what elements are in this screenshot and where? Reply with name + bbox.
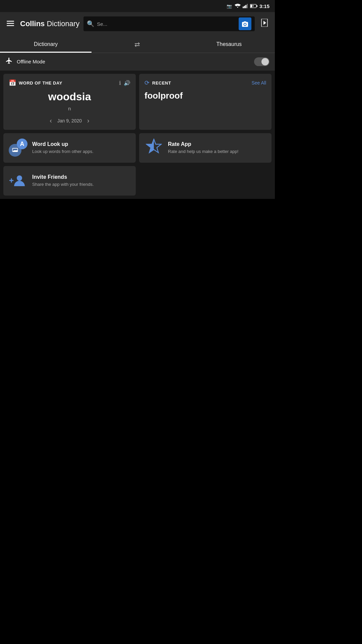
svg-rect-9 [7, 25, 14, 26]
word-lookup-icon: A [9, 139, 27, 157]
status-bar: 📷 3:15 [0, 0, 275, 12]
offline-toggle[interactable] [254, 57, 269, 66]
prev-day-button[interactable]: ‹ [50, 117, 52, 124]
rate-app-title: Rate App [168, 141, 238, 147]
search-bar[interactable]: 🔍 Se... [83, 16, 255, 31]
toggle-knob [261, 58, 269, 65]
rate-app-text: Rate App Rate and help us make a better … [168, 141, 238, 155]
notification-icon: 📷 [227, 4, 232, 9]
wotd-title: WORD OF THE DAY [19, 80, 116, 86]
wotd-date: Jan 9, 2020 [57, 118, 82, 123]
next-day-button[interactable]: › [87, 117, 89, 124]
invite-friends-text: Invite Friends Share the app with your f… [32, 174, 94, 187]
recent-title: RECENT [152, 80, 249, 86]
word-lookup-desc: Look up words from other apps. [32, 149, 94, 155]
bubble2: A [17, 139, 27, 149]
tab-switch-icon[interactable]: ⇄ [92, 36, 183, 53]
invite-friends-title: Invite Friends [32, 174, 94, 180]
history-icon: ⟳ [144, 79, 149, 87]
offline-mode-bar: Offline Mode [0, 53, 275, 70]
rate-app-icon [146, 139, 162, 158]
invite-friends-icon [9, 173, 27, 188]
svg-point-10 [244, 23, 246, 25]
offline-mode-label: Offline Mode [17, 59, 250, 64]
invite-friends-icon-wrap [9, 171, 27, 190]
app-title-bold: Collins [20, 19, 45, 28]
see-all-button[interactable]: See All [251, 80, 266, 86]
airplane-icon [5, 57, 13, 66]
invite-friends-desc: Share the app with your friends. [32, 181, 94, 187]
camera-button[interactable] [239, 17, 251, 30]
app-title-regular: Dictionary [45, 19, 79, 28]
empty-cell [139, 166, 272, 196]
tab-thesaurus-label: Thesaurus [217, 41, 242, 47]
svg-rect-6 [250, 5, 252, 7]
word-lookup-title: Word Look up [32, 141, 94, 147]
main-content: 📅 WORD OF THE DAY ℹ 🔊 woodsia n ‹ Jan 9,… [0, 70, 275, 199]
recent-word: foolproof [144, 91, 266, 101]
tabs-bar: Dictionary ⇄ Thesaurus [0, 36, 275, 53]
recent-card[interactable]: ⟳ RECENT See All foolproof [139, 74, 272, 130]
tab-dictionary[interactable]: Dictionary [0, 36, 92, 53]
rate-app-icon-wrap [144, 139, 163, 157]
svg-rect-5 [256, 5, 257, 7]
svg-rect-7 [7, 21, 14, 22]
recent-header: ⟳ RECENT See All [144, 79, 266, 87]
calendar-icon: 📅 [9, 79, 16, 87]
search-placeholder: Se... [97, 21, 236, 27]
status-time: 3:15 [259, 3, 269, 9]
tab-dictionary-label: Dictionary [34, 41, 58, 47]
word-of-the-day-card[interactable]: 📅 WORD OF THE DAY ℹ 🔊 woodsia n ‹ Jan 9,… [3, 74, 136, 130]
word-lookup-text: Word Look up Look up words from other ap… [32, 141, 94, 155]
svg-rect-8 [7, 23, 14, 24]
wotd-header: 📅 WORD OF THE DAY ℹ 🔊 [9, 79, 130, 87]
wifi-icon [235, 4, 241, 8]
sound-icon[interactable]: 🔊 [124, 80, 130, 86]
svg-rect-2 [245, 5, 246, 8]
wotd-word: woodsia [9, 91, 130, 103]
word-lookup-icon-wrap: A [9, 139, 27, 157]
signal-icon [243, 4, 248, 8]
svg-rect-1 [244, 6, 245, 8]
svg-rect-0 [243, 7, 244, 8]
store-icon[interactable] [259, 17, 270, 31]
status-icons: 3:15 [235, 3, 269, 9]
search-icon: 🔍 [87, 20, 94, 28]
menu-icon[interactable] [5, 17, 16, 30]
invite-friends-card[interactable]: Invite Friends Share the app with your f… [3, 166, 136, 196]
word-lookup-card[interactable]: A Word Look up Look up words from other … [3, 133, 136, 163]
bottom-black-area [0, 199, 275, 333]
info-icon[interactable]: ℹ [119, 80, 121, 86]
rate-app-card[interactable]: Rate App Rate and help us make a better … [139, 133, 272, 163]
svg-point-16 [17, 175, 22, 181]
svg-marker-12 [263, 21, 266, 25]
top-bar: Collins Dictionary 🔍 Se... [0, 12, 275, 36]
svg-rect-3 [247, 4, 248, 8]
tab-thesaurus[interactable]: Thesaurus [183, 36, 275, 53]
app-title: Collins Dictionary [20, 19, 79, 28]
wotd-pos: n [9, 106, 130, 111]
wotd-nav: ‹ Jan 9, 2020 › [9, 117, 130, 124]
switch-icon: ⇄ [134, 40, 140, 48]
rate-app-desc: Rate and help us make a better app! [168, 149, 238, 155]
battery-icon [250, 4, 257, 8]
